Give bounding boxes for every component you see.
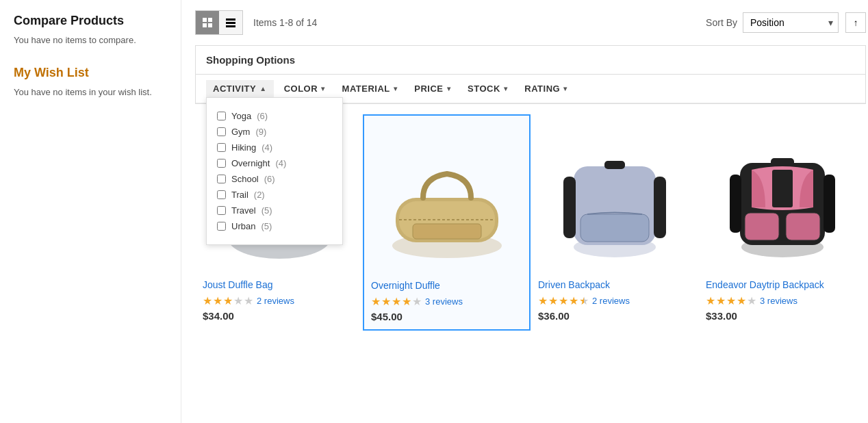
product-stars: ★ ★ ★ ★ ★ 2 reviews [203,294,355,307]
product-card[interactable]: Driven Backpack ★ ★ ★ ★ ★ 2 reviews $36.… [531,114,698,331]
svg-rect-6 [226,25,235,27]
product-price: $36.00 [538,310,691,322]
product-price: $45.00 [371,311,522,322]
trail-checkbox[interactable] [217,190,226,199]
product-stars: ★ ★ ★ ★ ★ 3 reviews [706,294,858,307]
filter-material-button[interactable]: MATERIAL ▾ [335,80,405,97]
shopping-options-title: Shopping Options [196,46,865,75]
product-card[interactable]: Overnight Duffle ★ ★ ★ ★ ★ 3 reviews $45… [363,114,531,331]
yoga-checkbox[interactable] [217,112,226,120]
svg-rect-25 [771,158,794,166]
svg-rect-21 [580,214,649,242]
svg-rect-15 [413,224,481,239]
product-price: $34.00 [203,310,355,322]
svg-rect-24 [772,170,793,207]
sort-by-label: Sort By [706,17,737,28]
items-count: Items 1-8 of 14 [253,17,706,28]
svg-rect-1 [208,18,212,22]
reviews-link[interactable]: 2 reviews [257,296,294,306]
compare-products-text: You have no items to compare. [14,35,167,45]
product-name[interactable]: Overnight Duffle [371,280,522,291]
filter-option-gym[interactable]: Gym (9) [217,124,332,140]
svg-rect-19 [563,177,576,238]
filter-option-overnight[interactable]: Overnight (4) [217,155,332,171]
filter-stock-button[interactable]: STOCK ▾ [461,80,514,97]
product-image [371,123,522,273]
product-image [706,122,858,272]
svg-rect-0 [203,18,207,22]
filter-color-button[interactable]: COLOR ▾ [277,80,332,97]
svg-rect-28 [745,213,779,240]
reviews-link[interactable]: 2 reviews [592,296,630,306]
product-stars: ★ ★ ★ ★ ★ 2 reviews [538,294,691,307]
product-image [538,122,691,272]
svg-rect-3 [208,23,212,27]
wishlist-title: My Wish List [14,66,167,80]
product-stars: ★ ★ ★ ★ ★ 3 reviews [371,295,522,308]
sort-select[interactable]: Position Name Price [743,12,839,33]
filter-bar: ACTIVITY ▲ Yoga (6) Gym (9) [196,75,865,103]
wishlist-text: You have no items in your wish list. [14,87,167,97]
svg-rect-18 [604,161,625,169]
filter-price-button[interactable]: PRICE ▾ [407,80,457,97]
gym-checkbox[interactable] [217,127,226,136]
reviews-link[interactable]: 3 reviews [760,296,797,306]
svg-rect-20 [654,177,666,238]
filter-rating-button[interactable]: RATING ▾ [518,80,574,97]
product-price: $33.00 [706,310,858,322]
svg-rect-27 [824,175,835,233]
reviews-link[interactable]: 3 reviews [425,296,463,307]
hiking-checkbox[interactable] [217,143,226,152]
product-name[interactable]: Endeavor Daytrip Backpack [706,279,858,290]
svg-rect-4 [226,18,235,21]
overnight-checkbox[interactable] [217,159,226,168]
product-name[interactable]: Driven Backpack [538,279,691,290]
svg-rect-26 [730,175,741,233]
filter-option-school[interactable]: School (6) [217,171,332,187]
product-card[interactable]: Endeavor Daytrip Backpack ★ ★ ★ ★ ★ 3 re… [698,114,866,331]
school-checkbox[interactable] [217,175,226,183]
filter-option-yoga[interactable]: Yoga (6) [217,108,332,124]
sort-direction-button[interactable]: ↑ [845,12,866,33]
activity-dropdown: Yoga (6) Gym (9) Hiking (4) [206,97,343,245]
svg-rect-29 [786,213,820,240]
filter-option-travel[interactable]: Travel (5) [217,203,332,218]
compare-products-title: Compare Products [14,14,167,28]
filter-option-urban[interactable]: Urban (5) [217,218,332,234]
svg-rect-2 [203,23,207,27]
grid-view-button[interactable] [196,11,219,34]
filter-option-trail[interactable]: Trail (2) [217,187,332,203]
travel-checkbox[interactable] [217,206,226,215]
list-view-button[interactable] [219,11,242,34]
svg-rect-5 [226,22,235,24]
filter-option-hiking[interactable]: Hiking (4) [217,140,332,155]
urban-checkbox[interactable] [217,222,226,231]
product-name[interactable]: Joust Duffle Bag [203,279,355,290]
filter-activity-button[interactable]: ACTIVITY ▲ [206,80,274,97]
